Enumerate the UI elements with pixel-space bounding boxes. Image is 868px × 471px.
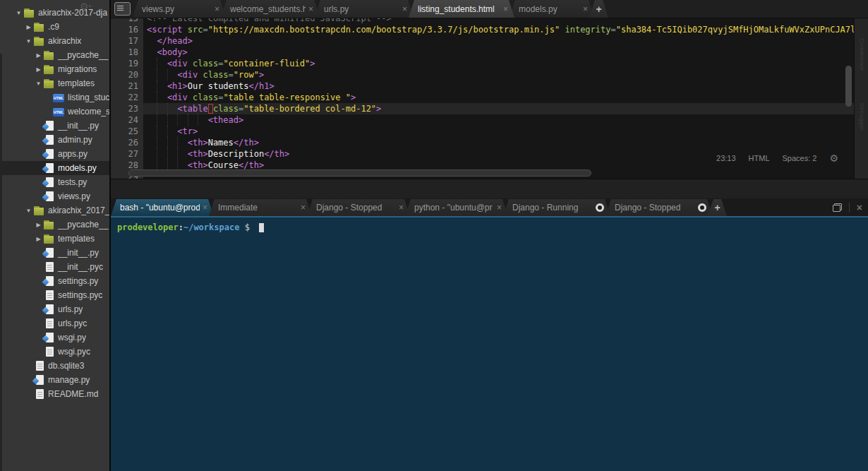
collapsed-arrow-icon[interactable]: ▶ <box>34 66 43 73</box>
tree-item-akirachix-2017-dja[interactable]: ▼akirachix-2017-dja <box>0 6 109 20</box>
tree-item-urls-pyc[interactable]: urls.pyc <box>0 316 109 330</box>
tab-models-py[interactable]: models.py× <box>510 0 594 18</box>
expanded-arrow-icon[interactable]: ▼ <box>34 81 43 87</box>
code-line-26: <th>Names</th> <box>147 137 854 148</box>
tab-django-running[interactable]: Django - Running <box>503 199 610 216</box>
tree-item-manage-py[interactable]: manage.py <box>0 373 109 387</box>
plain-file-icon <box>43 347 54 357</box>
tree-item-wsgi-pyc[interactable]: wsgi.pyc <box>0 345 109 359</box>
file-tree-panel: ⚙▾ ▼akirachix-2017-dja▶.c9▼akirachix▶__p… <box>0 0 111 471</box>
tab-django-stopped[interactable]: Django - Stopped <box>605 199 713 216</box>
tab-listing-students-html[interactable]: listing_students.html× <box>409 0 514 18</box>
restore-pane-icon[interactable] <box>833 203 842 212</box>
close-tab-icon[interactable]: × <box>497 203 502 212</box>
new-terminal-tab-button[interactable]: + <box>708 199 727 216</box>
tree-item-tests-py[interactable]: tests.py <box>0 175 109 189</box>
tab-welcome-students-h[interactable]: welcome_students.h× <box>221 0 320 18</box>
tree-item-migrations[interactable]: ▶migrations <box>0 62 109 76</box>
terminal-window-controls: × <box>833 202 862 213</box>
tree-item-label: migrations <box>58 64 97 74</box>
tree-item--pycache-[interactable]: ▶__pycache__ <box>0 48 109 62</box>
side-panel-tab-debugger[interactable]: Debugger <box>859 103 865 131</box>
tab-immediate[interactable]: Immediate× <box>209 199 312 216</box>
tab-python-ubuntu-pr[interactable]: python - "ubuntu@pr× <box>405 199 508 216</box>
prompt-dollar: $ <box>239 222 255 232</box>
folder-file-icon <box>43 78 54 89</box>
tree-item-urls-py[interactable]: urls.py <box>0 302 109 316</box>
collapsed-arrow-icon[interactable]: ▶ <box>34 52 43 59</box>
code-editor[interactable]: 151617181920212223242526272829 <!-- Late… <box>111 18 854 179</box>
tab-django-stopped[interactable]: Django - Stopped× <box>307 199 410 216</box>
tree-item--init-pyc[interactable]: __init__.pyc <box>0 260 109 274</box>
collapsed-arrow-icon[interactable]: ▶ <box>34 236 43 242</box>
cursor-position[interactable]: 23:13 <box>716 154 736 162</box>
tree-item-views-py[interactable]: views.py <box>0 189 109 203</box>
close-tab-icon[interactable]: × <box>583 5 588 13</box>
tree-item-admin-py[interactable]: admin.py <box>0 133 109 147</box>
close-tab-icon[interactable]: × <box>308 5 313 13</box>
tab-label: bash - "ubuntu@prod <box>120 203 200 213</box>
tree-item-label: __pycache__ <box>58 220 108 229</box>
vertical-scrollbar[interactable] <box>845 66 852 107</box>
code-line-16: <script src="https://maxcdn.bootstrapcdn… <box>147 24 854 35</box>
close-pane-icon[interactable]: × <box>857 202 862 213</box>
tree-item-db-sqlite3[interactable]: db.sqlite3 <box>0 359 109 373</box>
tree-item--pycache-[interactable]: ▶__pycache__ <box>0 217 109 232</box>
tab-urls-py[interactable]: urls.py× <box>315 0 414 18</box>
collapsed-arrow-icon[interactable]: ▶ <box>34 222 43 228</box>
line-number: 17 <box>128 35 138 47</box>
tree-item-models-py[interactable]: models.py <box>0 161 109 175</box>
tree-item--init-py[interactable]: __init__.py <box>0 119 109 133</box>
close-tab-icon[interactable]: × <box>301 203 306 212</box>
indent-setting[interactable]: Spaces: 2 <box>783 154 817 162</box>
tree-item-akirachix-2017-[interactable]: ▼akirachix_2017_ <box>0 203 109 217</box>
tree-item-akirachix[interactable]: ▼akirachix <box>0 34 109 48</box>
text-cursor <box>208 104 213 114</box>
py-file-icon <box>43 191 54 202</box>
tree-item-settings-pyc[interactable]: settings.pyc <box>0 288 109 302</box>
close-tab-icon[interactable]: × <box>503 5 508 13</box>
collapsed-arrow-icon[interactable]: ▶ <box>24 24 33 30</box>
line-number: 25 <box>128 126 138 137</box>
process-running-icon[interactable] <box>698 203 706 212</box>
pane-splitter[interactable] <box>111 179 868 198</box>
tree-item-welcome-s[interactable]: welcome_s <box>0 105 109 119</box>
terminal[interactable]: prodeveloper:~/workspace $ <box>111 216 868 471</box>
plain-file-icon <box>33 389 44 400</box>
code-line-15: <!-- Latest compiled and minified JavaSc… <box>147 18 854 24</box>
tree-item-label: akirachix_2017_ <box>48 205 109 215</box>
tree-item--c9[interactable]: ▶.c9 <box>0 20 109 34</box>
expanded-arrow-icon[interactable]: ▼ <box>24 208 33 214</box>
tree-item-templates[interactable]: ▼templates <box>0 76 109 90</box>
code-line-21: <h1>Our students</h1> <box>147 81 854 92</box>
tab-views-py[interactable]: views.py× <box>133 0 226 18</box>
tree-item-settings-py[interactable]: settings.py <box>0 274 109 288</box>
syntax-mode[interactable]: HTML <box>749 154 770 162</box>
tree-item-listing-stuc[interactable]: listing_stuc <box>0 90 109 105</box>
tree-item-label: README.md <box>48 389 98 399</box>
tree-item-wsgi-py[interactable]: wsgi.py <box>0 330 109 345</box>
tab-list-icon[interactable] <box>114 2 131 16</box>
expanded-arrow-icon[interactable]: ▼ <box>14 10 23 16</box>
tree-item-templates[interactable]: ▶templates <box>0 232 109 246</box>
py-file-icon <box>43 177 54 188</box>
horizontal-scrollbar[interactable] <box>128 169 591 177</box>
tree-item-readme-md[interactable]: README.md <box>0 387 109 401</box>
editor-settings-gear-icon[interactable]: ⚙ <box>829 153 838 164</box>
expanded-arrow-icon[interactable]: ▼ <box>24 38 33 44</box>
side-panel-tab-collaborate[interactable]: Collaborate <box>859 38 865 71</box>
prompt-path: ~/workspace <box>183 222 239 232</box>
close-tab-icon[interactable]: × <box>203 203 207 212</box>
line-number: 22 <box>128 92 138 103</box>
close-tab-icon[interactable]: × <box>402 5 407 13</box>
tree-item-apps-py[interactable]: apps.py <box>0 147 109 161</box>
html-file-icon <box>53 107 64 117</box>
close-tab-icon[interactable]: × <box>399 203 404 212</box>
process-running-icon[interactable] <box>596 203 604 212</box>
py-file-icon <box>43 135 54 145</box>
new-tab-button[interactable]: + <box>589 0 608 18</box>
line-number: 19 <box>128 58 138 69</box>
close-tab-icon[interactable]: × <box>215 5 219 13</box>
tab-bash-ubuntu-prod[interactable]: bash - "ubuntu@prod× <box>111 199 214 216</box>
tree-item--init-py[interactable]: __init__.py <box>0 246 109 260</box>
